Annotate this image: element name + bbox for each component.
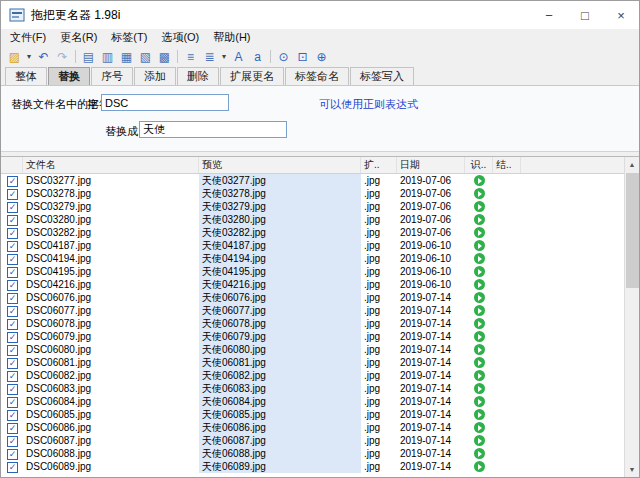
- header-checkbox-col[interactable]: [1, 157, 23, 173]
- insert-icon[interactable]: ▧: [136, 48, 155, 66]
- row-checkbox[interactable]: [7, 319, 18, 330]
- table-row[interactable]: DSC03277.jpg 天使03277.jpg .jpg 2019-07-06: [1, 174, 624, 187]
- row-checkbox[interactable]: [7, 280, 18, 291]
- row-checkbox[interactable]: [7, 371, 18, 382]
- minimize-button[interactable]: −: [531, 1, 567, 29]
- table-row[interactable]: DSC06084.jpg 天使06084.jpg .jpg 2019-07-14: [1, 395, 624, 408]
- tab-whole[interactable]: 整体: [5, 67, 47, 85]
- tab-replace[interactable]: 替换: [48, 67, 90, 85]
- row-checkbox[interactable]: [7, 449, 18, 460]
- redo-icon[interactable]: ↷: [53, 48, 72, 66]
- header-result[interactable]: 结..: [493, 157, 521, 173]
- lock-icon[interactable]: ⊡: [293, 48, 312, 66]
- row-checkbox[interactable]: [7, 397, 18, 408]
- table-row[interactable]: DSC04187.jpg 天使04187.jpg .jpg 2019-06-10: [1, 239, 624, 252]
- scroll-up-icon[interactable]: ▲: [625, 157, 639, 172]
- open-folder-dropdown-icon[interactable]: ▾: [24, 48, 34, 66]
- tab-delete[interactable]: 删除: [177, 67, 219, 85]
- table-row[interactable]: DSC06077.jpg 天使06077.jpg .jpg 2019-07-14: [1, 304, 624, 317]
- replace-icon[interactable]: ▥: [98, 48, 117, 66]
- table-row[interactable]: DSC04194.jpg 天使04194.jpg .jpg 2019-06-10: [1, 252, 624, 265]
- table-row[interactable]: DSC06082.jpg 天使06082.jpg .jpg 2019-07-14: [1, 369, 624, 382]
- header-status[interactable]: 识..: [465, 157, 493, 173]
- search-icon[interactable]: ⊕: [312, 48, 331, 66]
- list-icon[interactable]: ≡: [181, 48, 200, 66]
- tab-sequence[interactable]: 序号: [91, 67, 133, 85]
- table-row[interactable]: DSC06086.jpg 天使06086.jpg .jpg 2019-07-14: [1, 421, 624, 434]
- row-checkbox[interactable]: [7, 176, 18, 187]
- maximize-button[interactable]: □: [567, 1, 603, 29]
- row-checkbox[interactable]: [7, 189, 18, 200]
- table-row[interactable]: DSC03278.jpg 天使03278.jpg .jpg 2019-07-06: [1, 187, 624, 200]
- row-checkbox[interactable]: [7, 241, 18, 252]
- table-row[interactable]: DSC06081.jpg 天使06081.jpg .jpg 2019-07-14: [1, 356, 624, 369]
- find-input[interactable]: [101, 94, 229, 111]
- table-row[interactable]: DSC06088.jpg 天使06088.jpg .jpg 2019-07-14: [1, 447, 624, 460]
- table-row[interactable]: DSC03282.jpg 天使03282.jpg .jpg 2019-07-06: [1, 226, 624, 239]
- whole-rename-icon[interactable]: ▤: [79, 48, 98, 66]
- tab-tag-write[interactable]: 标签写入: [350, 67, 414, 85]
- extension-cell: .jpg: [361, 279, 397, 290]
- lowercase-icon[interactable]: a: [248, 48, 267, 66]
- row-checkbox[interactable]: [7, 202, 18, 213]
- table-row[interactable]: DSC03279.jpg 天使03279.jpg .jpg 2019-07-06: [1, 200, 624, 213]
- table-row[interactable]: DSC06080.jpg 天使06080.jpg .jpg 2019-07-14: [1, 343, 624, 356]
- sequence-icon[interactable]: ▦: [117, 48, 136, 66]
- table-row[interactable]: DSC06089.jpg 天使06089.jpg .jpg 2019-07-14: [1, 460, 624, 473]
- header-date[interactable]: 日期: [397, 157, 465, 173]
- header-extension[interactable]: 扩..: [361, 157, 397, 173]
- replace-input[interactable]: [139, 121, 287, 138]
- vertical-scrollbar[interactable]: ▲ ▼: [624, 157, 639, 477]
- extension-cell: .jpg: [361, 305, 397, 316]
- row-checkbox[interactable]: [7, 384, 18, 395]
- menu-item[interactable]: 选项(O): [154, 29, 206, 46]
- row-checkbox[interactable]: [7, 462, 18, 473]
- ready-status-icon: [474, 422, 485, 433]
- status-cell: [465, 266, 493, 277]
- table-row[interactable]: DSC03280.jpg 天使03280.jpg .jpg 2019-07-06: [1, 213, 624, 226]
- row-checkbox[interactable]: [7, 267, 18, 278]
- table-row[interactable]: DSC04216.jpg 天使04216.jpg .jpg 2019-06-10: [1, 278, 624, 291]
- tab-ext-rename[interactable]: 扩展更名: [220, 67, 284, 85]
- close-button[interactable]: ×: [603, 1, 639, 29]
- row-checkbox[interactable]: [7, 410, 18, 421]
- table-row[interactable]: DSC06079.jpg 天使06079.jpg .jpg 2019-07-14: [1, 330, 624, 343]
- menu-item[interactable]: 更名(R): [53, 29, 104, 46]
- menu-item[interactable]: 标签(T): [104, 29, 154, 46]
- row-checkbox[interactable]: [7, 293, 18, 304]
- clock-icon[interactable]: ⊙: [274, 48, 293, 66]
- regex-hint-link[interactable]: 可以使用正则表达式: [319, 97, 418, 112]
- scrollbar-thumb[interactable]: [626, 173, 639, 288]
- status-cell: [465, 201, 493, 212]
- row-checkbox[interactable]: [7, 345, 18, 356]
- header-preview[interactable]: 预览: [199, 157, 361, 173]
- delete-icon[interactable]: ▩: [155, 48, 174, 66]
- table-row[interactable]: DSC06076.jpg 天使06076.jpg .jpg 2019-07-14: [1, 291, 624, 304]
- tag-list-icon[interactable]: ≣: [200, 48, 219, 66]
- row-checkbox[interactable]: [7, 306, 18, 317]
- table-row[interactable]: DSC04195.jpg 天使04195.jpg .jpg 2019-06-10: [1, 265, 624, 278]
- scroll-down-icon[interactable]: ▼: [625, 462, 639, 477]
- row-checkbox[interactable]: [7, 423, 18, 434]
- table-row[interactable]: DSC06083.jpg 天使06083.jpg .jpg 2019-07-14: [1, 382, 624, 395]
- open-folder-icon[interactable]: ▨: [5, 48, 24, 66]
- row-checkbox[interactable]: [7, 332, 18, 343]
- row-checkbox[interactable]: [7, 436, 18, 447]
- tab-add[interactable]: 添加: [134, 67, 176, 85]
- uppercase-icon[interactable]: A: [229, 48, 248, 66]
- header-filename[interactable]: 文件名: [23, 157, 199, 173]
- tab-tag-name[interactable]: 标签命名: [285, 67, 349, 85]
- row-checkbox[interactable]: [7, 254, 18, 265]
- extension-cell: .jpg: [361, 240, 397, 251]
- menu-item[interactable]: 帮助(H): [206, 29, 257, 46]
- table-row[interactable]: DSC06085.jpg 天使06085.jpg .jpg 2019-07-14: [1, 408, 624, 421]
- table-row[interactable]: DSC06087.jpg 天使06087.jpg .jpg 2019-07-14: [1, 434, 624, 447]
- table-row[interactable]: DSC06078.jpg 天使06078.jpg .jpg 2019-07-14: [1, 317, 624, 330]
- row-checkbox[interactable]: [7, 358, 18, 369]
- case-dropdown-icon[interactable]: ▾: [219, 48, 229, 66]
- undo-icon[interactable]: ↶: [34, 48, 53, 66]
- checkbox-cell: [1, 422, 23, 434]
- row-checkbox[interactable]: [7, 215, 18, 226]
- row-checkbox[interactable]: [7, 228, 18, 239]
- menu-item[interactable]: 文件(F): [3, 29, 53, 46]
